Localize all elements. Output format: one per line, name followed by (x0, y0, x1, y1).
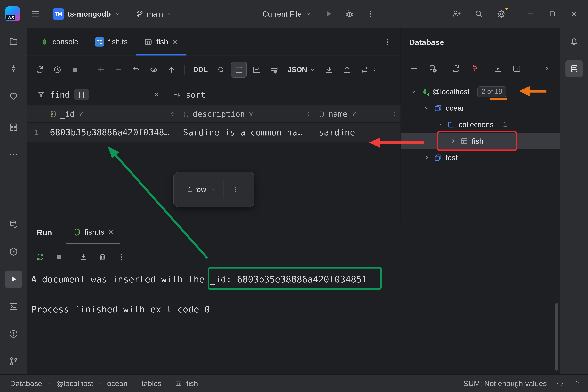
close-button[interactable] (566, 5, 583, 22)
run-more-options-button[interactable] (113, 249, 129, 265)
chevron-down-icon[interactable] (436, 121, 444, 128)
commit-tool-button[interactable] (5, 60, 22, 77)
clear-output-button[interactable] (94, 249, 111, 265)
more-actions-button[interactable] (362, 5, 379, 22)
search-everywhere-button[interactable] (470, 5, 488, 22)
code-with-me-button[interactable] (448, 5, 465, 22)
console-scrollbar[interactable] (555, 303, 558, 371)
structure-tool-button[interactable] (5, 118, 22, 136)
more-tool-windows-button[interactable] (5, 146, 22, 163)
notifications-button[interactable] (566, 33, 583, 50)
sort-section[interactable]: sort (165, 84, 401, 105)
problems-tool-button[interactable] (5, 325, 22, 342)
query-history-button[interactable] (49, 62, 65, 78)
filter-section[interactable]: find {} (27, 84, 165, 105)
stop-query-button[interactable] (67, 62, 83, 78)
pagination-options-button[interactable] (231, 185, 240, 194)
tab-options-button[interactable] (379, 34, 395, 50)
delete-row-button[interactable] (110, 62, 126, 78)
value-view-button[interactable] (266, 62, 282, 78)
column-header-name[interactable]: name (315, 106, 400, 122)
format-selector[interactable]: JSON (284, 63, 319, 77)
chevron-right-icon[interactable] (423, 154, 430, 161)
tab-console[interactable]: console (32, 28, 86, 56)
maximize-button[interactable] (544, 5, 561, 22)
database-changes-tool-button[interactable] (5, 216, 22, 233)
database-tool-button[interactable] (566, 60, 583, 77)
debug-button[interactable] (341, 5, 358, 22)
cell-id[interactable]: 6803b35e38886a420f0348… (46, 123, 179, 142)
breadcrumb-database[interactable]: Database (9, 378, 43, 388)
tree-item-ocean[interactable]: ocean (401, 100, 560, 116)
run-configuration-selector[interactable]: Current File (258, 6, 316, 21)
filter-value-chip[interactable]: {} (74, 89, 89, 100)
datasource-properties-button[interactable] (425, 61, 441, 76)
breadcrumb-fish[interactable]: fish (186, 378, 199, 388)
project-widget[interactable]: TM ts-mongodb (48, 5, 125, 23)
stop-button[interactable] (51, 249, 67, 265)
minimize-button[interactable] (522, 5, 539, 22)
column-header-description[interactable]: description (179, 106, 315, 122)
scroll-to-end-button[interactable] (75, 249, 92, 265)
panel-overflow-button[interactable] (539, 61, 555, 76)
column-filter-icon[interactable] (351, 110, 357, 117)
vcs-branch-widget[interactable]: main (131, 6, 178, 21)
cell-description[interactable]: Sardine is a common na… (179, 123, 315, 142)
reload-data-button[interactable] (32, 62, 48, 78)
toolbar-overflow-button[interactable] (370, 62, 379, 78)
tree-item-fish[interactable]: fish (401, 133, 560, 149)
breadcrumb-tables[interactable]: tables (141, 378, 162, 388)
services-tool-button[interactable] (5, 243, 22, 260)
new-datasource-button[interactable] (406, 61, 422, 76)
table-view-toggle[interactable] (231, 62, 247, 78)
breadcrumb-ocean[interactable]: ocean (106, 378, 128, 388)
project-tool-button[interactable] (5, 33, 22, 50)
aggregate-sum-widget[interactable]: SUM: Not enough values (463, 379, 547, 388)
column-header-id[interactable]: _id (46, 106, 179, 122)
run-tool-button[interactable] (5, 270, 22, 288)
tab-fish[interactable]: fish (136, 28, 186, 56)
chevron-down-icon[interactable] (410, 88, 417, 95)
terminal-tool-button[interactable] (5, 298, 22, 315)
tab-fish-ts[interactable]: TS fish.ts (87, 28, 136, 56)
rows-count-selector[interactable]: 1 row (188, 185, 216, 194)
export-data-button[interactable] (321, 62, 337, 78)
run-button[interactable] (320, 5, 337, 22)
compare-button[interactable] (357, 62, 372, 78)
braces-icon[interactable] (556, 379, 564, 388)
main-menu-button[interactable] (27, 5, 44, 22)
import-data-button[interactable] (339, 62, 355, 78)
tree-item-localhost[interactable]: @localhost 2 of 18 (401, 83, 560, 100)
breadcrumb-localhost[interactable]: @localhost (55, 378, 94, 388)
settings-button[interactable] (493, 5, 510, 22)
preview-changes-button[interactable] (146, 62, 162, 78)
tree-item-collections[interactable]: collections 1 (401, 116, 560, 133)
schema-count-badge[interactable]: 2 of 18 (478, 86, 506, 97)
sort-arrows-icon[interactable] (169, 110, 176, 117)
revert-changes-button[interactable] (128, 62, 144, 78)
disconnect-button[interactable] (467, 61, 483, 76)
git-tool-button[interactable] (5, 353, 22, 370)
sort-arrows-icon[interactable] (391, 110, 398, 117)
close-tab-icon[interactable] (172, 38, 178, 45)
cell-name[interactable]: sardine (315, 123, 400, 142)
jump-to-console-button[interactable] (490, 61, 506, 76)
open-table-button[interactable] (509, 61, 525, 76)
run-tab-fish-ts[interactable]: fish.ts (66, 221, 120, 244)
column-filter-icon[interactable] (78, 110, 84, 117)
plugin-tool-button[interactable] (5, 88, 22, 105)
close-tab-icon[interactable] (108, 229, 114, 235)
tree-item-test[interactable]: test (401, 149, 560, 166)
clear-filter-icon[interactable] (153, 91, 160, 98)
find-in-grid-button[interactable] (213, 62, 229, 78)
chevron-down-icon[interactable] (423, 104, 430, 112)
chart-view-button[interactable] (249, 62, 264, 78)
chevron-right-icon[interactable] (449, 137, 457, 145)
lock-icon[interactable] (573, 379, 581, 388)
add-row-button[interactable] (93, 62, 109, 78)
ddl-button[interactable]: DDL (189, 63, 212, 77)
submit-changes-button[interactable] (163, 62, 179, 78)
column-filter-icon[interactable] (248, 110, 254, 117)
sort-arrows-icon[interactable] (305, 110, 312, 117)
rerun-button[interactable] (32, 249, 48, 265)
